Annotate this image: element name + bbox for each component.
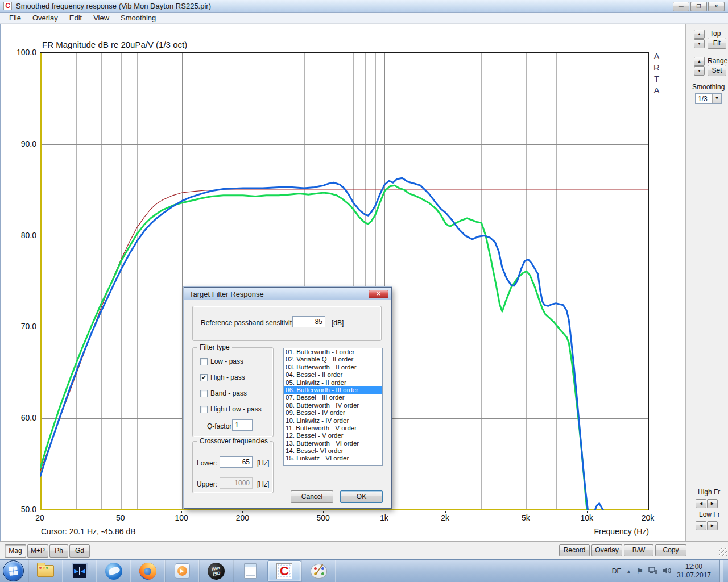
x-axis-title: Frequency (Hz) [569, 527, 649, 536]
overlay-button[interactable]: Overlay [592, 544, 622, 556]
keyboard-language-indicator[interactable]: DE [612, 567, 622, 575]
taskbar-notepad-icon[interactable] [233, 560, 267, 582]
x-tick-label-20k: 20k [635, 513, 660, 522]
top-up-spinner[interactable]: ▲ [694, 30, 705, 39]
filter-option-high-pass[interactable]: ✔High - pass [200, 373, 245, 381]
filter-list-item-03-butterworth-ii-order[interactable]: 03. Butterworth - II order [284, 364, 382, 371]
view-tab-ph[interactable]: Ph [49, 544, 68, 558]
bottom-toolbar: MagM+PPhGdRecordOverlayB/WCopy [0, 541, 728, 559]
x-tick-label-2k: 2k [433, 513, 458, 522]
filter-option-low-pass[interactable]: Low - pass [200, 357, 243, 365]
filter-list-item-10-linkwitz-iv-order[interactable]: 10. Linkwitz - IV order [284, 417, 382, 425]
show-desktop-button[interactable] [719, 560, 723, 582]
x-tick-mark-1k [384, 511, 384, 513]
range-up-spinner[interactable]: ▲ [694, 57, 705, 66]
high-fr-left-button[interactable]: ◀ [696, 499, 706, 508]
hidden-icons-chevron-icon[interactable]: ▲ [626, 569, 631, 574]
unchecked-checkbox-icon[interactable] [200, 390, 208, 397]
taskbar-thunderbird-icon[interactable] [97, 560, 131, 582]
cancel-button[interactable]: Cancel [291, 490, 333, 503]
view-tab-m-p[interactable]: M+P [27, 544, 48, 558]
taskbar-xover-tool-icon[interactable]: ▶◀ [63, 560, 97, 582]
taskbar-arta-icon[interactable]: C [267, 560, 301, 582]
record-button[interactable]: Record [559, 544, 590, 556]
maximize-button[interactable]: ❐ [690, 2, 707, 11]
menu-item-edit[interactable]: Edit [64, 13, 88, 23]
taskbar-winisd-icon[interactable]: WinISD [199, 560, 233, 582]
filter-list-item-14-bessel-vi-order[interactable]: 14. Bessel- VI order [284, 447, 382, 455]
taskbar: ▶◀▶WinISDC DE ▲ ⚑ 12:00 31.07.2017 [0, 559, 728, 582]
taskbar-windows-explorer-icon[interactable] [28, 560, 63, 582]
x-tick-mark-20k [648, 511, 648, 513]
x-tick-mark-500 [323, 511, 324, 513]
checked-checkbox-icon[interactable]: ✔ [200, 374, 208, 381]
smoothing-label: Smoothing [692, 83, 725, 91]
window-titlebar[interactable]: C Smoothed frequency response (Vib Mon D… [0, 0, 728, 13]
y-tick-label-90: 90.0 [9, 139, 36, 148]
clock-time: 12:00 [677, 563, 711, 571]
network-icon[interactable] [648, 567, 657, 576]
view-tab-gd[interactable]: Gd [69, 544, 90, 558]
filter-list-item-04-bessel-ii-order[interactable]: 04. Bessel - II order [284, 371, 382, 379]
checkbox-label: High - pass [210, 373, 245, 381]
minimize-button[interactable]: — [673, 2, 689, 11]
filter-list-item-08-butterworth-iv-order[interactable]: 08. Butterworth - IV order [284, 402, 382, 409]
set-button[interactable]: Set [708, 65, 726, 76]
filter-list-item-01-butterworth-i-order[interactable]: 01. Butterworth - I order [284, 348, 382, 356]
high-fr-right-button[interactable]: ▶ [707, 499, 718, 508]
cursor-readout: Cursor: 20.1 Hz, -45.86 dB [41, 527, 136, 536]
chart-title: FR Magnitude dB re 20uPa/V (1/3 oct) [42, 40, 187, 49]
range-down-spinner[interactable]: ▼ [694, 66, 705, 76]
window-title: Smoothed frequency response (Vib Mon Day… [16, 2, 211, 10]
menu-item-overlay[interactable]: Overlay [27, 13, 64, 23]
reference-sensitivity-input[interactable]: 85 [292, 316, 325, 327]
top-down-spinner[interactable]: ▼ [694, 39, 705, 48]
start-button-icon[interactable] [3, 560, 24, 581]
filter-option-band-pass[interactable]: Band - pass [200, 389, 247, 397]
unchecked-checkbox-icon[interactable] [200, 406, 208, 413]
x-tick-mark-100 [181, 511, 182, 513]
action-center-flag-icon[interactable]: ⚑ [636, 567, 643, 576]
q-factor-input[interactable]: 1 [232, 419, 253, 431]
menu-item-file[interactable]: File [3, 13, 27, 23]
filter-list-item-11-butterworth-v-order[interactable]: 11. Butterworth - V order [284, 425, 382, 432]
smoothing-dropdown[interactable]: 1/3 ▼ [695, 93, 722, 104]
lower-frequency-input[interactable]: 65 [220, 456, 253, 468]
dialog-title: Target Filter Response [189, 290, 264, 298]
view-tab-mag[interactable]: Mag [5, 544, 26, 558]
taskbar-paint-icon[interactable] [301, 560, 336, 582]
volume-icon[interactable] [663, 567, 672, 576]
b-w-button[interactable]: B/W [624, 544, 653, 556]
copy-button[interactable]: Copy [655, 544, 686, 556]
fit-button[interactable]: Fit [708, 38, 726, 49]
filter-list-item-06-butterworth-iii-order[interactable]: 06. Butterworth - III order [284, 386, 382, 394]
x-tick-label-10k: 10k [574, 513, 599, 522]
taskbar-media-player-icon[interactable]: ▶ [165, 560, 199, 582]
menu-item-view[interactable]: View [88, 13, 115, 23]
dialog-titlebar[interactable]: Target Filter Response ✕ [184, 288, 391, 300]
filter-list-item-09-bessel-iv-order[interactable]: 09. Bessel - IV order [284, 409, 382, 417]
close-button[interactable]: ✕ [708, 2, 725, 11]
chevron-down-icon[interactable]: ▼ [712, 94, 721, 103]
ok-button[interactable]: OK [340, 490, 383, 503]
taskbar-clock[interactable]: 12:00 31.07.2017 [677, 563, 711, 580]
filter-list-item-02-variable-q-ii-order[interactable]: 02. Variable Q - II order [284, 356, 382, 363]
low-fr-left-button[interactable]: ◀ [696, 521, 706, 530]
filter-list-item-13-butterworth-vi-order[interactable]: 13. Butterworth - VI order [284, 440, 382, 447]
filter-listbox[interactable]: 01. Butterworth - I order02. Variable Q … [283, 348, 383, 466]
low-fr-right-button[interactable]: ▶ [707, 521, 718, 530]
filter-list-item-05-linkwitz-ii-order[interactable]: 05. Linkwitz - II order [284, 379, 382, 386]
system-tray: DE ▲ ⚑ 12:00 31.07.2017 [612, 560, 723, 582]
taskbar-firefox-icon[interactable] [131, 560, 165, 582]
filter-option-high-low-pass[interactable]: High+Low - pass [200, 405, 262, 413]
unchecked-checkbox-icon[interactable] [200, 358, 208, 365]
x-tick-label-500: 500 [311, 513, 336, 522]
filter-list-item-12-bessel-v-order[interactable]: 12. Bessel - V order [284, 432, 382, 439]
filter-list-item-07-bessel-iii-order[interactable]: 07. Bessel - III order [284, 394, 382, 401]
dialog-close-icon[interactable]: ✕ [369, 290, 388, 298]
menu-item-smoothing[interactable]: Smoothing [115, 13, 162, 23]
resize-grip[interactable] [719, 548, 727, 556]
filter-list-item-15-linkwitz-vi-order[interactable]: 15. Linkwitz - VI order [284, 455, 382, 462]
filter-type-legend: Filter type [197, 343, 232, 351]
y-tick-label-80: 80.0 [9, 231, 36, 240]
